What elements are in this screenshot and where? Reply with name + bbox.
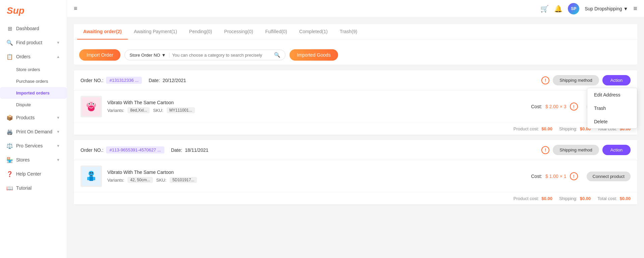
product-cost-value: $0.00	[541, 126, 552, 131]
chevron-down-icon: ▼	[56, 130, 60, 134]
product-cost-item: Product cost: $0.00	[514, 126, 552, 131]
svg-point-5	[89, 103, 90, 105]
bell-icon[interactable]: 🔔	[554, 5, 562, 13]
product-name-1: Vibrato With The Same Cartoon	[107, 100, 526, 105]
chevron-down-icon: ▼	[56, 41, 60, 45]
imported-goods-button[interactable]: Imported Goods	[289, 49, 338, 61]
order-header-2: Order NO.: #113-9655391-4570627 ... Date…	[74, 140, 637, 160]
sidebar-item-dashboard[interactable]: ⊞ Dashboard	[0, 21, 67, 36]
chevron-up-icon: ▲	[56, 55, 60, 59]
cost-value-2: $ 1.00 × 1	[545, 174, 567, 179]
sidebar-item-label: Orders	[16, 54, 31, 59]
sku-label-2: SKU:	[156, 178, 166, 183]
order-no-value: #131312336 ...	[106, 77, 142, 84]
order-product-row-1: Vibrato With The Same Cartoon Variants: …	[74, 90, 637, 123]
sidebar-sub-purchase-orders[interactable]: Purchase orders	[0, 75, 67, 87]
variants-label-2: Variants:	[107, 178, 124, 183]
sidebar-item-label: Help Center	[16, 171, 41, 177]
content-wrapper: ≡ 🛒 🔔 SP Sup Dropshipping ▼ ≡ Awaiting o…	[67, 0, 644, 258]
tab-fulfilled[interactable]: Fulfilled(0)	[259, 24, 293, 40]
sidebar: Sup ⊞ Dashboard 🔍 Find product ▼ 📋 Order…	[0, 0, 67, 258]
tab-pending[interactable]: Pending(0)	[183, 24, 218, 40]
connect-product-button-2[interactable]: Connect product	[587, 172, 631, 181]
order-actions-1: ! Shipping method Action	[541, 75, 631, 85]
shipping-method-button-2[interactable]: Shipping method	[553, 145, 599, 155]
search-area: Store Order NO ▼ 🔍	[124, 50, 285, 60]
sidebar-item-tutorial[interactable]: 📖 Tutorial	[0, 181, 67, 195]
sidebar-item-stores[interactable]: 🏪 Stores ▼	[0, 153, 67, 167]
dropdown-delete[interactable]: Delete	[587, 115, 637, 128]
tabs-row: Awaiting order(2) Awaiting Payment(1) Pe…	[74, 24, 637, 40]
sidebar-item-products[interactable]: 📦 Products ▼	[0, 111, 67, 125]
sidebar-sub-dispute[interactable]: Dispute	[0, 99, 67, 111]
sidebar-item-label: Dashboard	[16, 26, 39, 31]
search-input[interactable]	[172, 53, 271, 58]
sidebar-sub-imported-orders[interactable]: Imported orders	[0, 87, 67, 99]
order-card-1: Order NO.: #131312336 ... Date: 20/12/20…	[74, 70, 637, 135]
order-actions-2: ! Shipping method Action	[541, 145, 631, 155]
search-selector[interactable]: Store Order NO ▼	[129, 53, 169, 58]
variant-tag-2: 42, 50cm...	[127, 177, 153, 183]
svg-point-6	[93, 103, 94, 105]
chevron-down-icon: ▼	[56, 144, 60, 148]
sku-tag-2: 5D101917...	[170, 177, 197, 183]
svg-point-13	[92, 172, 93, 174]
product-image-2	[80, 166, 102, 187]
dropdown-arrow-icon: ▼	[623, 6, 628, 11]
topbar-hamburger-icon[interactable]: ≡	[633, 5, 637, 12]
info-button-1[interactable]: !	[541, 76, 549, 84]
cart-icon[interactable]: 🛒	[540, 5, 549, 13]
avatar[interactable]: SP	[568, 3, 579, 14]
tab-awaiting-order[interactable]: Awaiting order(2)	[77, 24, 128, 40]
tab-completed[interactable]: Completed(1)	[293, 24, 334, 40]
sidebar-item-print-on-demand[interactable]: 🖨️ Print On Demand ▼	[0, 125, 67, 139]
svg-rect-10	[87, 177, 90, 180]
sidebar-item-pro-services[interactable]: ⚖️ Pro Services ▼	[0, 139, 67, 153]
total-cost-item-2: Total cost: $0.00	[597, 196, 631, 201]
sku-tag-1: MY111001...	[167, 107, 195, 113]
tab-awaiting-payment[interactable]: Awaiting Payment(1)	[128, 24, 183, 40]
sidebar-item-label: Find product	[16, 40, 42, 45]
dashboard-icon: ⊞	[7, 25, 13, 31]
tab-trash[interactable]: Trash(9)	[334, 24, 363, 40]
product-cost-area-2: Cost: $ 1.00 × 1 ! Connect product	[531, 172, 631, 181]
sidebar-item-orders[interactable]: 📋 Orders ▲	[0, 50, 67, 64]
sidebar-item-help-center[interactable]: ❓ Help Center	[0, 167, 67, 181]
import-order-button[interactable]: Import Order	[79, 49, 120, 61]
search-icon[interactable]: 🔍	[274, 52, 280, 58]
selector-chevron-icon: ▼	[161, 53, 166, 58]
product-cost-item-2: Product cost: $0.00	[514, 196, 552, 201]
order-footer-2: Product cost: $0.00 Shipping: $0.00 Tota…	[74, 193, 637, 204]
topbar-menu-icon[interactable]: ≡	[74, 5, 77, 12]
order-no-label: Order NO.:	[80, 78, 103, 83]
action-button-1[interactable]: Action	[602, 75, 631, 85]
product-cost-value-2: $0.00	[541, 196, 552, 201]
sidebar-item-label: Stores	[16, 157, 30, 163]
sidebar-sub-store-orders[interactable]: Store orders	[0, 64, 67, 75]
product-info-icon-2[interactable]: !	[570, 172, 578, 180]
action-button-2[interactable]: Action	[602, 145, 631, 155]
svg-rect-9	[89, 176, 93, 181]
order-date-value: 20/12/2021	[163, 78, 186, 83]
product-info-icon-1[interactable]: !	[570, 103, 578, 111]
sidebar-item-find-product[interactable]: 🔍 Find product ▼	[0, 36, 67, 50]
tab-processing[interactable]: Processing(0)	[218, 24, 259, 40]
sidebar-item-label: Print On Demand	[16, 129, 52, 134]
dropdown-trash[interactable]: Trash	[587, 102, 637, 115]
variant-tag-1: 8ed,Xxl...	[127, 107, 150, 113]
orders-icon: 📋	[7, 54, 13, 60]
tutorial-icon: 📖	[7, 185, 13, 191]
order-date-label-2: Date:	[171, 147, 182, 153]
product-info-2: Vibrato With The Same Cartoon Variants: …	[107, 170, 526, 183]
order-date-value-2: 18/11/2021	[185, 147, 208, 153]
product-info-1: Vibrato With The Same Cartoon Variants: …	[107, 100, 526, 113]
shipping-method-button-1[interactable]: Shipping method	[553, 75, 599, 85]
product-name-2: Vibrato With The Same Cartoon	[107, 170, 526, 175]
toolbar: Import Order Store Order NO ▼ 🔍 Imported…	[74, 45, 637, 65]
topbar: ≡ 🛒 🔔 SP Sup Dropshipping ▼ ≡	[67, 0, 644, 17]
info-button-2[interactable]: !	[541, 146, 549, 154]
dropdown-edit-address[interactable]: Edit Address	[587, 88, 637, 102]
username[interactable]: Sup Dropshipping ▼	[585, 6, 628, 11]
chevron-down-icon: ▼	[56, 158, 60, 162]
chevron-down-icon: ▼	[56, 116, 60, 120]
